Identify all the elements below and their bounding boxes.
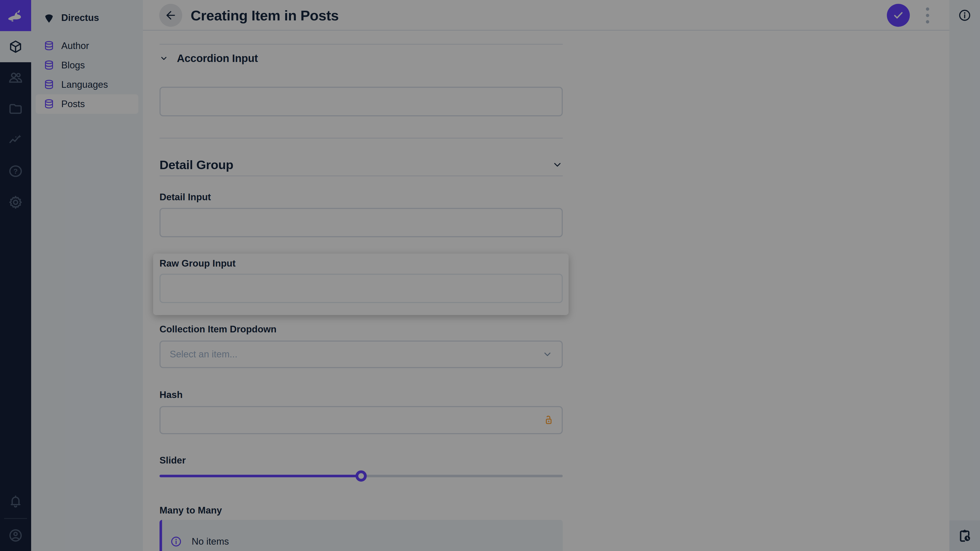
tour-dim-overlay[interactable] <box>0 0 980 551</box>
directus-app: ? <box>0 0 980 551</box>
